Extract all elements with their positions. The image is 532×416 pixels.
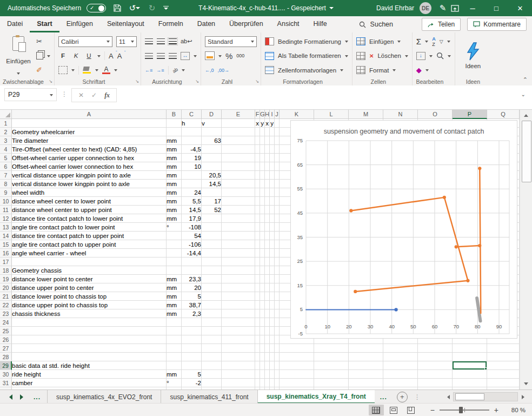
minimize-button[interactable]: ─	[461, 0, 484, 16]
cell-A3[interactable]: Tire diameter	[12, 136, 167, 145]
zoom-slider[interactable]	[440, 410, 489, 411]
cell-H5[interactable]	[265, 154, 270, 162]
cell-G20[interactable]	[260, 283, 265, 292]
cell-F8[interactable]	[255, 180, 260, 188]
cell-H23[interactable]	[265, 309, 270, 318]
collapse-ribbon-icon[interactable]: ⌃	[523, 76, 528, 83]
cell-E25[interactable]	[222, 327, 255, 335]
cell-B20[interactable]: mm	[167, 283, 182, 292]
cell-J25[interactable]	[275, 327, 280, 335]
cell-E11[interactable]	[222, 206, 255, 214]
zoom-level[interactable]: 80 %	[506, 407, 526, 413]
cell-E6[interactable]	[222, 162, 255, 171]
increase-indent-icon[interactable]: →≡	[156, 68, 164, 73]
cell-B21[interactable]: mm	[167, 292, 182, 301]
accounting-chevron-icon[interactable]	[218, 55, 222, 59]
cell-O29[interactable]	[418, 361, 453, 370]
cell-C6[interactable]: 10	[182, 162, 202, 171]
cell-G6[interactable]	[260, 162, 265, 171]
horizontal-scroll-thumb[interactable]	[455, 393, 484, 400]
orientation-chevron-icon[interactable]	[182, 69, 185, 73]
cell-G17[interactable]	[260, 257, 265, 266]
cell-D16[interactable]	[202, 249, 222, 257]
dialog-launcher-icon[interactable]: ↘	[49, 79, 52, 84]
cell-I19[interactable]	[270, 275, 275, 283]
cell-E1[interactable]	[222, 119, 255, 128]
cell-B29[interactable]	[167, 361, 182, 370]
row-header-3[interactable]: 3	[0, 136, 12, 145]
row-header-24[interactable]: 24	[0, 318, 12, 327]
cell-F2[interactable]	[255, 128, 260, 136]
font-name-select[interactable]: Calibri	[58, 36, 112, 47]
cell-F28[interactable]	[255, 353, 260, 361]
cell-A28[interactable]	[12, 353, 167, 361]
cell-A7[interactable]: vertical distance upper kingpin point to…	[12, 171, 167, 180]
cell-E19[interactable]	[222, 275, 255, 283]
cell-G5[interactable]	[260, 154, 265, 162]
cell-B24[interactable]	[167, 318, 182, 327]
cell-H13[interactable]	[265, 223, 270, 232]
increase-decimal-icon[interactable]: ←,0	[205, 68, 214, 73]
comma-style-icon[interactable]: 000	[236, 53, 244, 58]
cell-B19[interactable]: mm	[167, 275, 182, 283]
cell-E3[interactable]	[222, 136, 255, 145]
cell-E12[interactable]	[222, 214, 255, 223]
cell-H12[interactable]	[265, 214, 270, 223]
align-center-icon[interactable]	[157, 53, 165, 59]
cell-I6[interactable]	[270, 162, 275, 171]
row-header-10[interactable]: 10	[0, 197, 12, 206]
quick-access-chevron-icon[interactable]	[163, 6, 169, 10]
fill-down-icon[interactable]: ↓	[416, 52, 425, 60]
cell-I25[interactable]	[270, 327, 275, 335]
cell-B3[interactable]: mm	[167, 136, 182, 145]
cell-D1[interactable]: v	[202, 119, 222, 128]
autosum-icon[interactable]: Σ	[416, 37, 421, 46]
cell-C18[interactable]	[182, 266, 202, 275]
cell-I1[interactable]: y	[270, 119, 275, 128]
cell-D15[interactable]	[202, 240, 222, 249]
maximize-button[interactable]: □	[484, 0, 508, 16]
cell-A6[interactable]: Offset-wheel carrier lower connection to…	[12, 162, 167, 171]
cell-D17[interactable]	[202, 257, 222, 266]
dialog-launcher-icon[interactable]: ↘	[255, 79, 259, 84]
cell-E30[interactable]	[222, 370, 255, 379]
cell-A1[interactable]	[12, 119, 167, 128]
cell-A29[interactable]: basic data at std. ride height	[12, 361, 167, 370]
cell-D19[interactable]	[202, 275, 222, 283]
cell-H8[interactable]	[265, 180, 270, 188]
align-bottom-icon[interactable]	[169, 38, 177, 44]
autosave-toggle[interactable]: ✓	[87, 4, 106, 12]
paste-button[interactable]: Einfügen	[4, 35, 33, 76]
cell-B11[interactable]: mm	[167, 206, 182, 214]
cell-J13[interactable]	[275, 223, 280, 232]
cell-D27[interactable]	[202, 344, 222, 353]
cell-G19[interactable]	[260, 275, 265, 283]
col-header-D[interactable]: D	[202, 110, 222, 119]
cell-E26[interactable]	[222, 335, 255, 344]
cell-B18[interactable]	[167, 266, 182, 275]
cell-A14[interactable]: distance tire contact patch to upper poi…	[12, 232, 167, 240]
row-header-22[interactable]: 22	[0, 301, 12, 309]
percent-style-icon[interactable]: %	[225, 51, 232, 61]
cell-G14[interactable]	[260, 232, 265, 240]
cell-F16[interactable]	[255, 249, 260, 257]
cell-H26[interactable]	[265, 335, 270, 344]
cell-I8[interactable]	[270, 180, 275, 188]
cell-N31[interactable]	[383, 379, 418, 387]
cell-J3[interactable]	[275, 136, 280, 145]
cell-D30[interactable]	[202, 370, 222, 379]
format-cells-button[interactable]: Format	[369, 67, 389, 74]
cell-I16[interactable]	[270, 249, 275, 257]
cell-H9[interactable]	[265, 188, 270, 197]
accounting-format-icon[interactable]	[205, 51, 215, 60]
cell-I17[interactable]	[270, 257, 275, 266]
align-middle-icon[interactable]	[157, 38, 165, 44]
col-header-B[interactable]: B	[167, 110, 182, 119]
cell-C22[interactable]: 38,7	[182, 301, 202, 309]
cell-C17[interactable]	[182, 257, 202, 266]
cell-C9[interactable]: 24	[182, 188, 202, 197]
cell-J2[interactable]	[275, 128, 280, 136]
cell-C3[interactable]	[182, 136, 202, 145]
cell-D22[interactable]	[202, 301, 222, 309]
cell-G7[interactable]	[260, 171, 265, 180]
